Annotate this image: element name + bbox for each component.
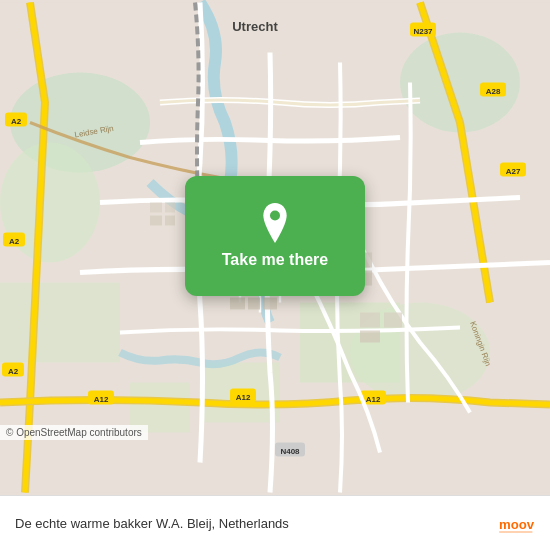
svg-text:A12: A12	[236, 393, 251, 402]
svg-rect-51	[499, 531, 533, 533]
svg-rect-42	[360, 313, 380, 328]
moovit-logo-svg: moovit	[499, 509, 535, 537]
svg-text:N237: N237	[413, 27, 433, 36]
svg-text:A12: A12	[366, 395, 381, 404]
svg-rect-3	[0, 283, 120, 363]
svg-rect-46	[165, 203, 175, 213]
map-background: A2 A2 A2 A12 A12 A12 N237	[0, 0, 550, 495]
location-name: De echte warme bakker W.A. Bleij, Nether…	[15, 516, 499, 531]
svg-rect-45	[150, 203, 162, 213]
svg-rect-44	[360, 331, 380, 343]
svg-text:A2: A2	[9, 237, 20, 246]
svg-text:A2: A2	[11, 117, 22, 126]
copyright-bar: © OpenStreetMap contributors	[0, 425, 148, 440]
map-area: A2 A2 A2 A12 A12 A12 N237	[0, 0, 550, 495]
location-pin-icon	[255, 203, 295, 243]
app-container: A2 A2 A2 A12 A12 A12 N237	[0, 0, 550, 550]
svg-text:N408: N408	[280, 447, 300, 456]
bottom-bar: De echte warme bakker W.A. Bleij, Nether…	[0, 495, 550, 550]
moovit-logo: moovit	[499, 509, 535, 537]
svg-text:A12: A12	[94, 395, 109, 404]
svg-point-49	[270, 210, 280, 220]
svg-text:A27: A27	[506, 167, 521, 176]
svg-text:moovit: moovit	[499, 517, 535, 532]
svg-rect-36	[248, 298, 260, 310]
svg-rect-48	[165, 216, 175, 226]
svg-rect-35	[230, 298, 245, 310]
take-me-there-card[interactable]: Take me there	[185, 176, 365, 296]
svg-rect-47	[150, 216, 162, 226]
take-me-label: Take me there	[222, 251, 328, 269]
svg-text:A2: A2	[8, 367, 19, 376]
svg-rect-43	[384, 313, 402, 328]
svg-text:A28: A28	[486, 87, 501, 96]
svg-text:Utrecht: Utrecht	[232, 19, 278, 34]
copyright-text: © OpenStreetMap contributors	[6, 427, 142, 438]
svg-rect-37	[263, 298, 277, 310]
